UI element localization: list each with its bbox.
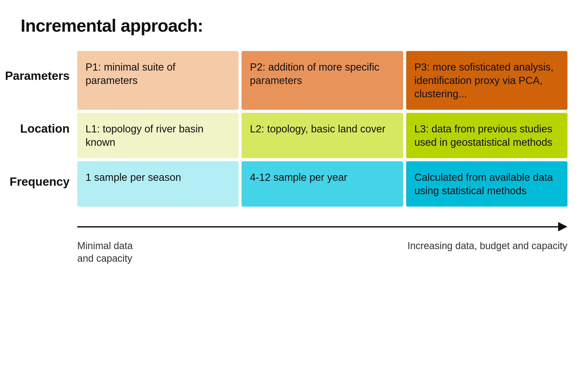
arrow-label-left: Minimal data and capacity [77,240,149,265]
parameters-row: P1: minimal suite of parameters P2: addi… [77,51,567,110]
page-title: Incremental approach: [21,15,567,36]
arrow-head-icon [558,222,567,231]
cell-p1: P1: minimal suite of parameters [77,51,238,110]
page: Incremental approach: Parameters Locatio… [0,0,588,381]
cell-f1: 1 sample per season [77,161,238,207]
cell-f2: 4-12 sample per year [242,161,403,207]
grid-wrapper: Parameters Location Frequency P1: minima… [21,51,567,207]
location-row: L1: topology of river basin known L2: to… [77,113,567,158]
grid-cells: P1: minimal suite of parameters P2: addi… [77,51,567,207]
row-labels: Parameters Location Frequency [21,51,77,207]
arrow-line [77,226,558,227]
arrow-section: Minimal data and capacity Increasing dat… [21,222,567,265]
cell-l1: L1: topology of river basin known [77,113,238,158]
cell-p2: P2: addition of more specific parameters [242,51,403,110]
frequency-row: 1 sample per season 4-12 sample per year… [77,161,567,207]
cell-l3: L3: data from previous studies used in g… [406,113,567,158]
row-label-frequency: Frequency [21,157,77,207]
arrow-labels: Minimal data and capacity Increasing dat… [77,235,567,265]
row-label-parameters: Parameters [21,51,77,101]
row-label-location: Location [21,104,77,154]
cell-f3: Calculated from available data using sta… [406,161,567,207]
arrow-label-right: Increasing data, budget and capacity [407,240,567,265]
cell-p3: P3: more sofisticated analysis, identifi… [406,51,567,110]
cell-l2: L2: topology, basic land cover [242,113,403,158]
arrow-line-wrapper [77,222,567,231]
